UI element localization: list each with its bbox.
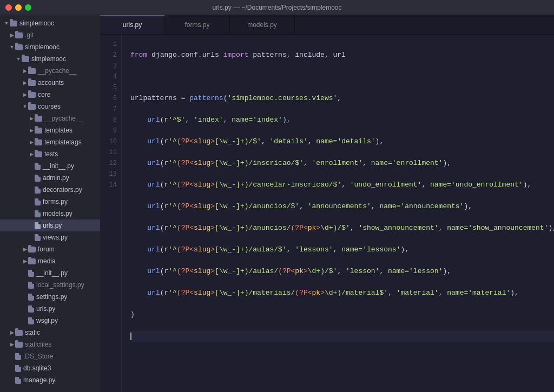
sidebar-item-label: views.py <box>43 234 68 241</box>
file-icon <box>15 353 21 360</box>
sidebar-item-simplemooc-l1[interactable]: simplemooc <box>0 41 100 53</box>
folder-icon <box>28 92 36 98</box>
app-window: urls.py — ~/Documents/Projects/simplemoo… <box>0 0 554 392</box>
sidebar-item-label: settings.py <box>36 294 67 300</box>
tab-models-py[interactable]: models.py <box>230 15 295 34</box>
sidebar-item-local-settings[interactable]: local_settings.py <box>0 279 100 291</box>
sidebar-item-ds-store[interactable]: .DS_Store <box>0 350 100 362</box>
maximize-button[interactable] <box>25 4 31 11</box>
sidebar-item-staticfiles[interactable]: staticfiles <box>0 338 100 350</box>
folder-icon <box>15 342 23 348</box>
sidebar-item-forum[interactable]: forum <box>0 243 100 255</box>
sidebar-item-settings-py[interactable]: settings.py <box>0 291 100 303</box>
folder-icon <box>28 80 36 86</box>
tab-label: urls.py <box>123 21 142 29</box>
file-icon <box>28 282 34 289</box>
sidebar-item-label: db.sqlite3 <box>23 365 51 371</box>
sidebar-item-forms-py[interactable]: forms.py <box>0 196 100 208</box>
arrow-icon <box>28 115 35 122</box>
file-icon <box>28 305 34 313</box>
code-line <box>130 71 554 82</box>
sidebar-item-label: simplemooc <box>19 20 54 26</box>
sidebar-item-git[interactable]: .git <box>0 29 100 41</box>
code-line: urlpatterns = patterns('simplemooc.cours… <box>130 93 554 104</box>
sidebar-item-models-py[interactable]: models.py <box>0 208 100 220</box>
sidebar-item-wsgi-py[interactable]: wsgi.py <box>0 315 100 327</box>
file-icon <box>15 365 21 372</box>
tab-forms-py[interactable]: forms.py <box>165 15 230 34</box>
sidebar-item-media[interactable]: media <box>0 255 100 267</box>
title-bar: urls.py — ~/Documents/Projects/simplemoo… <box>0 0 554 15</box>
code-line: url(r'^(?P<slug>[\w_-]+)/aulas/(?P<pk>\d… <box>130 266 554 277</box>
code-line: from django.conf.urls import patterns, i… <box>130 50 554 61</box>
sidebar-item-label: media <box>38 258 56 264</box>
line-numbers: 1 2 3 4 5 6 7 8 9 10 11 12 13 14 <box>100 35 122 392</box>
close-button[interactable] <box>5 4 12 11</box>
sidebar-item-admin-py[interactable]: admin.py <box>0 172 100 184</box>
sidebar-item-label: tests <box>44 151 58 157</box>
sidebar-item-views-py[interactable]: views.py <box>0 231 100 243</box>
sidebar-item-pycache-2[interactable]: __pycache__ <box>0 112 100 124</box>
sidebar-item-label: core <box>38 91 50 98</box>
arrow-icon <box>22 103 28 110</box>
sidebar-item-label: simplemooc <box>25 44 60 50</box>
arrow-icon <box>28 151 35 157</box>
arrow-icon <box>28 139 35 145</box>
sidebar-item-label: admin.py <box>43 175 69 181</box>
sidebar-item-label: forum <box>38 246 55 253</box>
sidebar-item-label: urls.py <box>43 222 62 229</box>
sidebar-item-urls-py-2[interactable]: urls.py <box>0 303 100 315</box>
sidebar-item-init-py[interactable]: __init__.py <box>0 160 100 172</box>
sidebar-item-label: templates <box>44 127 72 134</box>
sidebar-item-manage-py[interactable]: manage.py <box>0 374 100 386</box>
sidebar-item-decorators-py[interactable]: decorators.py <box>0 184 100 196</box>
arrow-icon <box>9 341 15 348</box>
arrow-icon <box>22 258 28 264</box>
sidebar-item-urls-py[interactable]: urls.py <box>0 220 100 231</box>
sidebar-item-db-sqlite3[interactable]: db.sqlite3 <box>0 362 100 374</box>
file-icon <box>35 210 41 217</box>
sidebar-item-courses[interactable]: courses <box>0 101 100 112</box>
file-icon <box>35 234 41 241</box>
sidebar-item-label: local_settings.py <box>36 282 84 288</box>
file-icon <box>28 317 34 324</box>
code-line <box>130 331 554 342</box>
sidebar-item-label: courses <box>38 103 61 110</box>
folder-icon <box>28 104 36 110</box>
sidebar-item-label: static <box>25 329 40 336</box>
sidebar-item-simplemooc-l2[interactable]: simplemooc <box>0 53 100 65</box>
arrow-icon <box>28 127 35 134</box>
folder-icon <box>15 330 23 336</box>
folder-icon <box>10 21 17 26</box>
arrow-icon <box>22 246 28 253</box>
window-title: urls.py — ~/Documents/Projects/simplemoo… <box>212 4 341 11</box>
sidebar-item-accounts[interactable]: accounts <box>0 77 100 89</box>
sidebar-item-templates[interactable]: templates <box>0 124 100 136</box>
sidebar-item-label: decorators.py <box>43 187 82 193</box>
file-icon <box>35 163 41 170</box>
tab-label: forms.py <box>184 21 209 29</box>
sidebar-item-root[interactable]: simplemooc <box>0 17 100 29</box>
sidebar-item-pycache-1[interactable]: __pycache__ <box>0 65 100 77</box>
tab-urls-py[interactable]: urls.py <box>100 15 165 34</box>
sidebar-item-tests[interactable]: tests <box>0 148 100 160</box>
code-line: url(r'^$', 'index', name='index'), <box>130 115 554 125</box>
code-line: url(r'^(?P<slug>[\w_-]+)/anuncios/$', 'a… <box>130 201 554 212</box>
sidebar-item-init-py-2[interactable]: __init__.py <box>0 267 100 279</box>
sidebar-item-label: .git <box>25 32 34 38</box>
minimize-button[interactable] <box>15 4 22 11</box>
content-area: urls.py forms.py models.py 1 2 3 4 5 6 <box>100 15 554 392</box>
sidebar-item-templatetags[interactable]: templatetags <box>0 136 100 148</box>
text-cursor <box>130 333 131 340</box>
sidebar-item-label: simplemooc <box>31 56 66 62</box>
sidebar-item-static[interactable]: static <box>0 327 100 338</box>
file-icon <box>35 198 41 205</box>
sidebar-item-label: .DS_Store <box>23 353 53 360</box>
sidebar-item-label: __pycache__ <box>38 68 76 74</box>
sidebar-item-core[interactable]: core <box>0 89 100 101</box>
code-content[interactable]: from django.conf.urls import patterns, i… <box>122 35 554 392</box>
sidebar-item-label: templatetags <box>44 139 82 145</box>
arrow-icon <box>22 79 28 86</box>
code-editor[interactable]: 1 2 3 4 5 6 7 8 9 10 11 12 13 14 from dj… <box>100 35 554 392</box>
folder-icon <box>15 44 23 50</box>
